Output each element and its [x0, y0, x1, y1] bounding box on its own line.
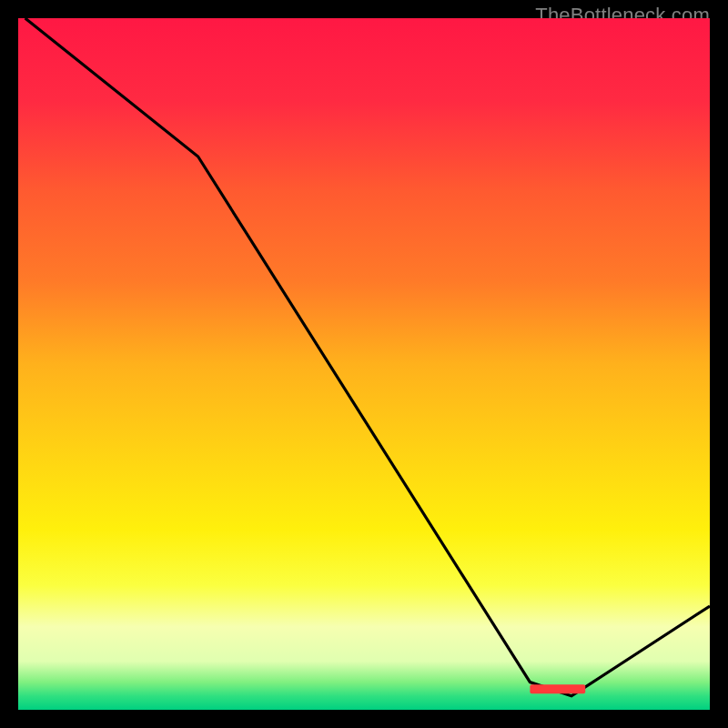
optimal-marker — [530, 684, 585, 693]
plot-area — [18, 18, 710, 710]
chart-container: TheBottleneck.com — [0, 0, 728, 728]
chart-svg — [18, 18, 710, 710]
gradient-background — [18, 18, 710, 710]
